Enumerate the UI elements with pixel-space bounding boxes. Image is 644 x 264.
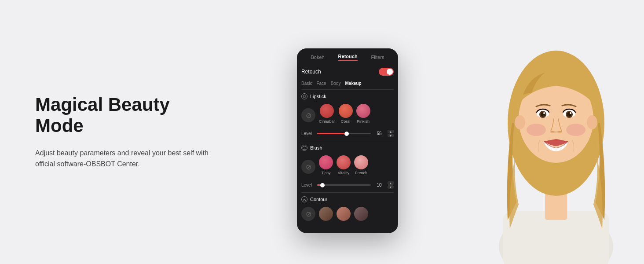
lipstick-level-label: Level bbox=[301, 131, 314, 136]
lipstick-icon bbox=[301, 93, 307, 99]
sub-tab-body[interactable]: Body bbox=[331, 81, 341, 86]
face-section bbox=[449, 0, 644, 264]
sub-tab-face[interactable]: Face bbox=[316, 81, 326, 86]
swatch-item-none[interactable] bbox=[301, 108, 315, 124]
blush-swatches: Tipsy Vitality French bbox=[301, 154, 394, 179]
svg-point-16 bbox=[550, 131, 555, 133]
contour-swatch-1[interactable] bbox=[319, 207, 333, 221]
phone-mockup: Bokeh Retouch Filters Retouch Basic Face… bbox=[297, 48, 398, 233]
tab-filters[interactable]: Filters bbox=[371, 55, 384, 60]
blush-level-row: Level 10 ▲ ▼ bbox=[301, 179, 394, 193]
lipstick-slider-fill bbox=[317, 133, 347, 134]
blush-vitality-label: Vitality bbox=[338, 171, 349, 175]
tab-bokeh[interactable]: Bokeh bbox=[311, 55, 324, 60]
blush-step-down[interactable]: ▼ bbox=[388, 185, 394, 189]
swatch-item-pinkish[interactable]: Pinkish bbox=[356, 104, 370, 124]
blush-swatch-vitality[interactable]: Vitality bbox=[337, 155, 351, 175]
blush-level-value: 10 bbox=[374, 183, 384, 187]
page-title: Magical Beauty Mode bbox=[35, 94, 211, 137]
page-wrapper: Magical Beauty Mode Adjust beauty parame… bbox=[0, 0, 644, 264]
lipstick-stepper[interactable]: ▲ ▼ bbox=[388, 130, 394, 137]
lipstick-header: Lipstick bbox=[301, 90, 394, 102]
swatch-pinkish[interactable] bbox=[356, 104, 370, 118]
svg-point-23 bbox=[515, 115, 525, 129]
svg-point-11 bbox=[543, 112, 545, 114]
blush-swatch-none[interactable] bbox=[301, 160, 315, 175]
blush-circle-vitality[interactable] bbox=[337, 155, 351, 169]
blush-swatch-none-circle[interactable] bbox=[301, 160, 315, 174]
blush-icon bbox=[301, 145, 307, 151]
blush-slider-thumb[interactable] bbox=[320, 183, 325, 187]
lipstick-step-down[interactable]: ▼ bbox=[388, 134, 394, 137]
person-illustration bbox=[468, 0, 644, 264]
swatch-item-coral[interactable]: Coral bbox=[339, 104, 353, 124]
contour-swatch-none[interactable] bbox=[301, 207, 315, 221]
contour-header: Contour bbox=[301, 193, 394, 205]
blush-header: Blush bbox=[301, 141, 394, 154]
lipstick-swatches: Cinnabar Coral Pinkish bbox=[301, 102, 394, 127]
swatch-coral[interactable] bbox=[339, 104, 353, 118]
phone-tab-bar: Bokeh Retouch Filters bbox=[297, 48, 398, 64]
lipstick-slider[interactable] bbox=[317, 133, 371, 134]
swatch-cinnabar[interactable] bbox=[320, 104, 334, 118]
blush-circle-french[interactable] bbox=[354, 155, 368, 169]
blush-french-label: French bbox=[355, 171, 367, 175]
face-image-container bbox=[449, 0, 644, 264]
contour-swatch-2[interactable] bbox=[337, 207, 351, 221]
svg-point-21 bbox=[527, 124, 546, 136]
svg-point-15 bbox=[570, 112, 571, 114]
tab-retouch[interactable]: Retouch bbox=[338, 54, 358, 61]
retouch-toggle[interactable] bbox=[379, 68, 394, 76]
blush-circle-tipsy[interactable] bbox=[319, 155, 333, 169]
swatch-cinnabar-label: Cinnabar bbox=[319, 119, 335, 124]
contour-swatch-3[interactable] bbox=[354, 207, 368, 221]
lipstick-title: Lipstick bbox=[310, 94, 326, 99]
blush-slider[interactable] bbox=[317, 184, 371, 186]
blush-step-up[interactable]: ▲ bbox=[388, 181, 394, 185]
contour-icon bbox=[301, 196, 307, 202]
swatch-coral-label: Coral bbox=[341, 119, 351, 124]
sub-tab-makeup[interactable]: Makeup bbox=[345, 81, 361, 86]
blush-stepper[interactable]: ▲ ▼ bbox=[388, 181, 394, 189]
lipstick-step-up[interactable]: ▲ bbox=[388, 130, 394, 133]
blush-tipsy-label: Tipsy bbox=[321, 171, 330, 175]
sub-tab-basic[interactable]: Basic bbox=[301, 81, 312, 86]
contour-title: Contour bbox=[310, 197, 327, 202]
svg-point-17 bbox=[557, 131, 562, 133]
text-section: Magical Beauty Mode Adjust beauty parame… bbox=[0, 94, 246, 170]
svg-rect-0 bbox=[304, 95, 305, 98]
svg-point-1 bbox=[303, 146, 306, 150]
swatch-none[interactable] bbox=[301, 108, 315, 122]
retouch-label: Retouch bbox=[301, 69, 321, 75]
retouch-toggle-row: Retouch bbox=[301, 64, 394, 79]
blush-level-label: Level bbox=[301, 183, 314, 187]
contour-swatches bbox=[301, 205, 394, 223]
blush-swatch-french[interactable]: French bbox=[354, 155, 368, 175]
svg-point-24 bbox=[587, 115, 597, 129]
description-text: Adjust beauty parameters and reveal your… bbox=[35, 147, 211, 170]
blush-swatch-tipsy[interactable]: Tipsy bbox=[319, 155, 333, 175]
blush-title: Blush bbox=[310, 145, 322, 150]
swatch-pinkish-label: Pinkish bbox=[357, 119, 370, 124]
lipstick-level-row: Level 55 ▲ ▼ bbox=[301, 127, 394, 141]
lipstick-slider-thumb[interactable] bbox=[344, 132, 349, 136]
sub-tab-bar: Basic Face Body Makeup bbox=[301, 79, 394, 90]
phone-content: Retouch Basic Face Body Makeup bbox=[297, 64, 398, 233]
svg-point-22 bbox=[566, 124, 585, 136]
lipstick-level-value: 55 bbox=[374, 131, 384, 136]
swatch-item-cinnabar[interactable]: Cinnabar bbox=[319, 104, 335, 124]
phone-section: Bokeh Retouch Filters Retouch Basic Face… bbox=[246, 0, 449, 264]
